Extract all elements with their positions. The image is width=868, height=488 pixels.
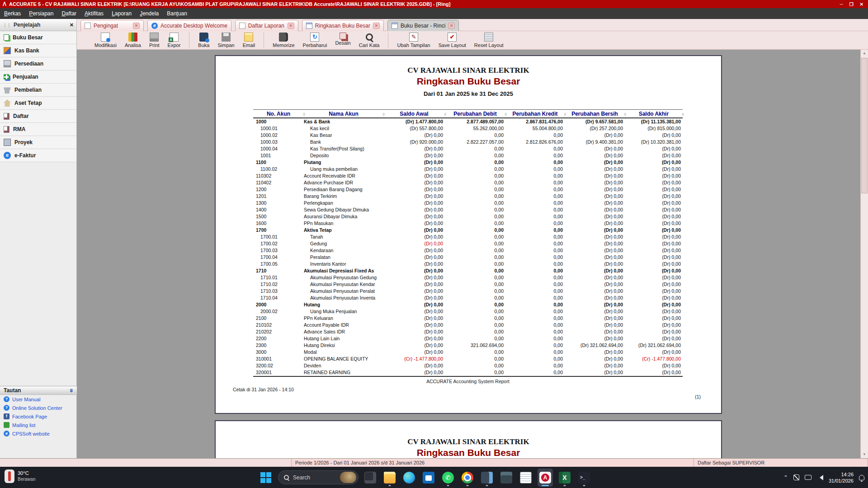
table-row[interactable]: 1700.04Peralatan(Dr) 0,000,000,00(Dr) 0,… <box>253 254 683 261</box>
taskbar-app-whatsapp[interactable] <box>440 469 456 487</box>
table-row[interactable]: 1400Sewa Gedung Dibayar Dimuka(Dr) 0,000… <box>253 206 683 213</box>
vertical-scrollbar[interactable]: ▲ ▼ <box>860 50 868 458</box>
tab-ringkasan-buku-besar[interactable]: Ringkasan Buku Besar✕ <box>302 20 384 31</box>
sidebar-item-rma[interactable]: RMA <box>0 123 76 136</box>
table-row[interactable]: 2000Hutang(Dr) 0,000,000,00(Dr) 0,00(Dr)… <box>253 301 683 308</box>
table-row[interactable]: 110402Advance Purchase IDR(Dr) 0,000,000… <box>253 179 683 186</box>
table-row[interactable]: 1700.02Gedung(Dr) 0,000,000,00(Dr) 0,00(… <box>253 240 683 247</box>
sidebar-item-daftar[interactable]: Daftar <box>0 110 76 123</box>
sidebar-item-persediaan[interactable]: Persediaan <box>0 57 76 70</box>
column-header-0[interactable]: No. Akun◊ <box>253 111 304 117</box>
table-row[interactable]: 1710.03Akumulasi Penyusutan Peralat(Dr) … <box>253 288 683 295</box>
table-row[interactable]: 210102Account Payable IDR(Dr) 0,000,000,… <box>253 322 683 328</box>
sort-diamond-icon[interactable]: ◊ <box>682 112 684 117</box>
taskbar-app-edge[interactable] <box>401 469 417 487</box>
table-row[interactable]: 1300Perlengkapan(Dr) 0,000,000,00(Dr) 0,… <box>253 200 683 206</box>
column-header-3[interactable]: Perubahan Debit◊ <box>445 111 505 117</box>
table-row[interactable]: 2300Hutang Direksi(Dr) 0,00321.062.694,0… <box>253 342 683 349</box>
table-row[interactable]: 2100PPn Keluaran(Dr) 0,000,000,00(Dr) 0,… <box>253 315 683 322</box>
table-row[interactable]: 310001OPENING BALANCE EQUITY(Cr) -1.477.… <box>253 356 683 362</box>
table-row[interactable]: 3000Modal(Dr) 0,000,000,00(Dr) 0,00(Dr) … <box>253 349 683 356</box>
table-row[interactable]: 1600PPn Masukan(Dr) 0,000,000,00(Dr) 0,0… <box>253 220 683 227</box>
menu-item-bantuan[interactable]: Bantuan <box>163 8 191 19</box>
memorize-button[interactable]: Memorize <box>269 31 298 49</box>
sidebar-item-penjualan[interactable]: Penjualan <box>0 70 76 84</box>
menu-item-jendela[interactable]: Jendela <box>136 8 163 19</box>
table-row[interactable]: 320001RETAINED EARNING(Dr) 0,000,000,00(… <box>253 369 683 376</box>
menu-item-aktifitas[interactable]: Aktifitas <box>80 8 108 19</box>
table-row[interactable]: 1000.02Kas Besar(Dr) 0,000,000,00(Dr) 0,… <box>253 132 683 139</box>
table-row[interactable]: 1700.03Kendaraan(Dr) 0,000,000,00(Dr) 0,… <box>253 247 683 254</box>
tab-close-icon[interactable]: ✕ <box>288 23 294 29</box>
print-button[interactable]: Print <box>145 31 164 49</box>
taskbar-app-phonelink[interactable] <box>479 469 495 487</box>
table-row[interactable]: 1000.01Kas kecil(Dr) 557.800,0055.262.00… <box>253 125 683 132</box>
table-row[interactable]: 1100Piutang(Dr) 0,000,000,00(Dr) 0,00(Dr… <box>253 159 683 166</box>
column-header-4[interactable]: Perubahan Kredit◊ <box>505 111 565 117</box>
taskbar-app-excel[interactable] <box>557 469 572 487</box>
table-row[interactable]: 1001Deposito(Dr) 0,000,000,00(Dr) 0,00(D… <box>253 152 683 159</box>
taskbar-app-chrome[interactable] <box>460 469 475 487</box>
table-row[interactable]: 1710.01Akumulasi Penyusutan Gedung(Dr) 0… <box>253 274 683 281</box>
table-row[interactable]: 1100.02Uang muka pembelian(Dr) 0,000,000… <box>253 166 683 173</box>
desain-button[interactable]: Desain <box>331 31 354 49</box>
link-cpssoft-website[interactable]: CPSSoft website <box>0 429 77 438</box>
table-row[interactable]: 1710Akumulasi Depresiasi Fixed As(Dr) 0,… <box>253 267 683 274</box>
table-row[interactable]: 1700Aktiva Tetap(Dr) 0,000,000,00(Dr) 0,… <box>253 227 683 234</box>
column-header-2[interactable]: Saldo Awal◊ <box>383 111 445 117</box>
network-display-icon[interactable] <box>805 475 811 480</box>
link-mailing-list[interactable]: Mailing list <box>0 421 77 429</box>
notification-bell-icon[interactable] <box>859 475 864 480</box>
volume-icon[interactable] <box>817 475 823 480</box>
taskbar-app-powershell[interactable] <box>576 469 592 487</box>
tab-daftar-laporan[interactable]: Daftar Laporan✕ <box>235 20 298 31</box>
table-row[interactable]: 1000Kas & Bank(Dr) 1.477.800,002.877.489… <box>253 118 683 125</box>
column-header-6[interactable]: Saldo Akhir◊ <box>625 111 683 117</box>
table-row[interactable]: 3200.02Deviden(Dr) 0,000,000,00(Dr) 0,00… <box>253 362 683 369</box>
sidebar-item-aset-tetap[interactable]: Aset Tetap <box>0 97 76 110</box>
taskbar-app-notes[interactable] <box>518 469 533 487</box>
tab-close-icon[interactable]: ✕ <box>133 23 140 29</box>
column-header-1[interactable]: Nama Akun◊ <box>304 111 383 117</box>
menu-item-berkas[interactable]: Berkas <box>0 8 25 19</box>
taskbar-app-accurate[interactable] <box>538 469 553 487</box>
sidebar-item-proyek[interactable]: Proyek <box>0 136 76 149</box>
table-row[interactable]: 1700.05Inventaris Kantor(Dr) 0,000,000,0… <box>253 261 683 267</box>
table-row[interactable]: 1000.03Bank(Dr) 920.000,002.822.227.057,… <box>253 139 683 145</box>
table-row[interactable]: 1710.02Akumulasi Penyusutan Kendar(Dr) 0… <box>253 281 683 288</box>
taskbar-app-store[interactable] <box>421 469 436 487</box>
notifications-muted-icon[interactable] <box>793 474 799 480</box>
menu-item-daftar[interactable]: Daftar <box>57 8 80 19</box>
sidebar-item-buku-besar[interactable]: Buku Besar <box>0 31 76 44</box>
tab-buku-besar-rinci[interactable]: Buku Besar - Rinci✕ <box>387 20 459 31</box>
sidebar-item-e-faktur[interactable]: e-Faktur <box>0 149 76 162</box>
reset-layout-button[interactable]: Reset Layout <box>470 31 508 49</box>
ubah-tampilan-button[interactable]: Ubah Tampilan <box>393 31 434 49</box>
windows-start-icon[interactable] <box>260 472 271 483</box>
sidebar-item-kas-bank[interactable]: Kas Bank <box>0 44 76 57</box>
tautan-header[interactable]: Tautan ⤋ <box>0 386 77 395</box>
scroll-down-icon[interactable]: ▼ <box>861 451 868 458</box>
close-button[interactable]: ✕ <box>860 2 863 7</box>
table-row[interactable]: 1700.01Tanah(Dr) 0,000,000,00(Dr) 0,00(D… <box>253 234 683 240</box>
buka-button[interactable]: Buka <box>194 31 213 49</box>
table-row[interactable]: 1000.04Kas Transfer(Post Silang)(Dr) 0,0… <box>253 145 683 152</box>
expor-button[interactable]: Expor <box>164 31 185 49</box>
tab-close-icon[interactable]: ✕ <box>448 23 455 29</box>
analisa-button[interactable]: Analisa <box>121 31 145 49</box>
table-row[interactable]: 2200Hutang Lain Lain(Dr) 0,000,000,00(Dr… <box>253 335 683 342</box>
table-row[interactable]: 1201Barang Terkirim(Dr) 0,000,000,00(Dr)… <box>253 193 683 200</box>
table-row[interactable]: 1710.04Akumulasi Penyusutan Inventa(Dr) … <box>253 295 683 301</box>
table-row[interactable]: 1200Persediaan Barang Dagang(Dr) 0,000,0… <box>253 186 683 193</box>
perbaharui-button[interactable]: Perbaharui <box>299 31 331 49</box>
menu-item-persiapan[interactable]: Persiapan <box>25 8 57 19</box>
search-input[interactable]: Search <box>278 470 359 484</box>
tab-close-icon[interactable]: ✕ <box>373 23 380 29</box>
simpan-button[interactable]: Simpan <box>213 31 238 49</box>
link-online-solution-center[interactable]: Online Solution Center <box>0 404 77 412</box>
tab-pengingat[interactable]: Pengingat✕ <box>80 20 144 31</box>
scrollbar-thumb[interactable] <box>861 58 868 193</box>
save-layout-button[interactable]: Save Layout <box>434 31 470 49</box>
sidebar-item-pembelian[interactable]: Pembelian <box>0 84 76 97</box>
link-user-manual[interactable]: User Manual <box>0 395 77 404</box>
